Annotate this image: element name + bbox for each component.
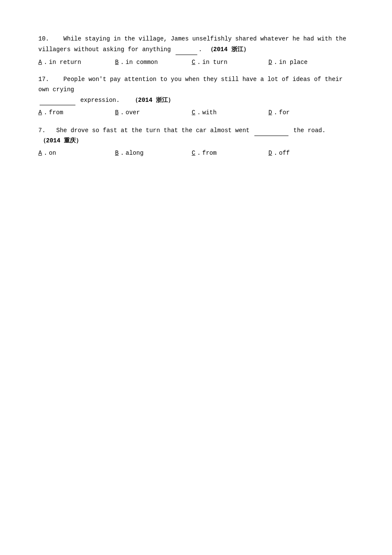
question-17-source: （2014 浙江） [132, 97, 174, 104]
question-17-line2: expression. （2014 浙江） [38, 95, 354, 106]
option-17-b-dot: . [120, 108, 124, 117]
question-10-source: （2014 浙江） [208, 46, 249, 53]
question-17-line1: 17. People won't pay attention to you wh… [38, 75, 354, 95]
question-7-blank [254, 125, 288, 136]
option-17-b-text: over [126, 108, 140, 117]
option-7-d-letter: D [268, 148, 272, 158]
question-10-text: 10. While staying in the village, James … [38, 34, 354, 55]
option-10-b-text: in common [126, 58, 158, 67]
option-10-b: B. in common [115, 58, 192, 67]
question-17: 17. People won't pay attention to you wh… [38, 75, 354, 118]
option-10-d-text: in place [279, 58, 308, 67]
option-7-b-text: along [126, 148, 144, 158]
option-7-a-dot: . [43, 148, 47, 158]
option-17-a-text: from [49, 108, 63, 117]
option-10-a-dot: . [43, 58, 47, 67]
option-17-d-text: for [279, 108, 290, 117]
option-17-d: D. for [268, 108, 345, 117]
question-17-options: A. from B. over C. with D. for [38, 108, 354, 117]
option-10-a-letter: A [38, 58, 42, 67]
option-10-b-letter: B [115, 58, 118, 67]
option-10-d-letter: D [268, 58, 272, 67]
option-7-b: B. along [115, 148, 192, 158]
option-17-b: B. over [115, 108, 192, 117]
question-17-text-content: People won't pay attention to you when t… [38, 76, 343, 93]
option-7-b-dot: . [120, 148, 124, 158]
question-7-line1: 7. She drove so fast at the turn that th… [38, 125, 354, 146]
option-17-c-text: with [202, 108, 217, 117]
question-7-source: （2014 重庆） [40, 137, 82, 144]
option-10-d: D. in place [268, 58, 345, 67]
option-7-d-dot: . [274, 148, 277, 158]
option-7-a-letter: A [38, 148, 42, 158]
option-7-d: D. off [268, 148, 345, 158]
option-10-b-dot: . [120, 58, 124, 67]
question-17-after-blank: expression. [80, 97, 119, 104]
question-10-line1: 10. While staying in the village, James … [38, 34, 354, 44]
question-7: 7. She drove so fast at the turn that th… [38, 125, 354, 158]
option-17-a-letter: A [38, 108, 42, 117]
option-7-a-text: on [49, 148, 56, 158]
option-10-a: A. in return [38, 58, 115, 67]
question-7-options: A. on B. along C. from D. off [38, 148, 354, 158]
option-7-a: A. on [38, 148, 115, 158]
option-17-c: C. with [192, 108, 268, 117]
question-17-number: 17. [38, 76, 49, 83]
option-7-c-letter: C [192, 148, 195, 158]
question-7-number: 7. [38, 127, 46, 134]
option-7-d-text: off [279, 148, 290, 158]
question-17-blank [40, 95, 75, 106]
option-17-d-letter: D [268, 108, 272, 117]
question-10-options: A. in return B. in common C. in turn D. … [38, 58, 354, 67]
option-7-c-text: from [202, 148, 217, 158]
question-7-text-content: She drove so fast at the turn that the c… [56, 127, 250, 134]
option-7-c: C. from [192, 148, 268, 158]
option-7-b-letter: B [115, 148, 118, 158]
option-17-a-dot: . [43, 108, 47, 117]
question-10-line2: villagers without asking for anything . … [38, 44, 354, 55]
question-10-line2-text: villagers without asking for anything [38, 46, 171, 53]
option-17-d-dot: . [274, 108, 277, 117]
question-7-text: 7. She drove so fast at the turn that th… [38, 125, 354, 146]
option-10-c-letter: C [192, 58, 195, 67]
option-17-b-letter: B [115, 108, 118, 117]
option-17-a: A. from [38, 108, 115, 117]
option-10-a-text: in return [49, 58, 81, 67]
question-10-blank [176, 44, 197, 55]
question-10-number: 10. [38, 35, 49, 42]
question-10: 10. While staying in the village, James … [38, 34, 354, 67]
option-17-c-letter: C [192, 108, 195, 117]
option-10-c-dot: . [197, 58, 200, 67]
option-17-c-dot: . [197, 108, 200, 117]
option-10-c-text: in turn [202, 58, 228, 67]
option-10-c: C. in turn [192, 58, 268, 67]
question-17-text: 17. People won't pay attention to you wh… [38, 75, 354, 105]
question-10-text-content: While staying in the village, James unse… [63, 35, 346, 42]
option-10-d-dot: . [274, 58, 277, 67]
question-7-after-blank: the road. [294, 127, 326, 134]
option-7-c-dot: . [197, 148, 200, 158]
